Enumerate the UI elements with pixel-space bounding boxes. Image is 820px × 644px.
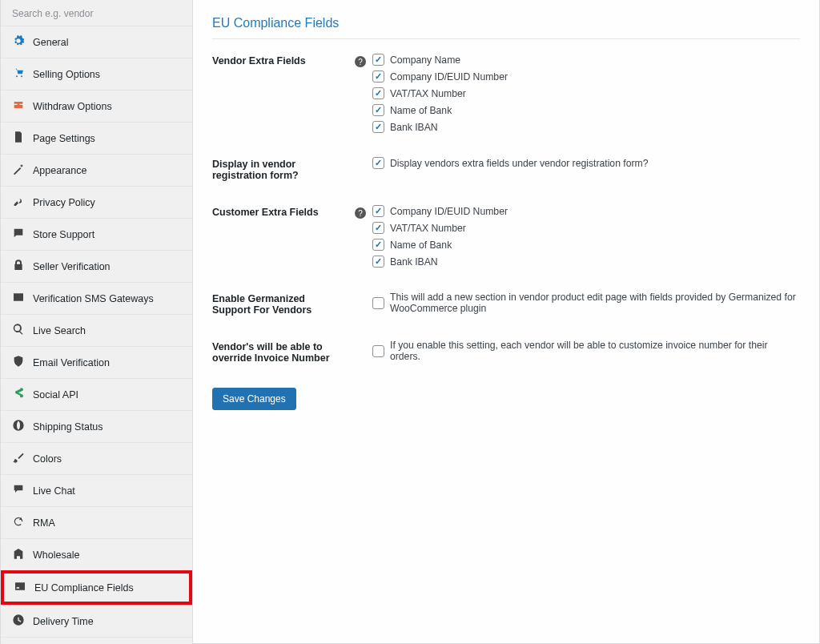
checkbox-option[interactable]: Company ID/EUID Number xyxy=(372,70,508,83)
sidebar-item-general[interactable]: General xyxy=(1,26,192,58)
sidebar-item-verification-sms[interactable]: Verification SMS Gateways xyxy=(1,282,192,314)
sidebar-item-colors[interactable]: Colors xyxy=(1,442,192,474)
form-row-vendor_fields: Vendor Extra Fields?Company NameCompany … xyxy=(212,54,800,133)
sidebar-item-seller-verification[interactable]: Seller Verification xyxy=(1,250,192,282)
sidebar-item-label: Seller Verification xyxy=(33,261,111,272)
chat-icon xyxy=(12,227,25,242)
sidebar-item-label: Shipping Status xyxy=(33,421,103,433)
share-icon xyxy=(12,387,25,402)
sidebar-item-delivery-time[interactable]: Delivery Time xyxy=(1,605,192,637)
shield-icon xyxy=(12,355,25,370)
sidebar-item-label: General xyxy=(33,37,68,48)
sidebar-item-label: Live Search xyxy=(33,325,86,336)
checkbox-option[interactable]: If you enable this setting, each vendor … xyxy=(372,340,800,362)
checkbox[interactable] xyxy=(372,256,384,268)
sidebar-item-label: RMA xyxy=(33,517,55,529)
checkbox-label: Name of Bank xyxy=(390,105,452,116)
form-row-customer_fields: Customer Extra Fields?Company ID/EUID Nu… xyxy=(212,205,800,268)
form-label: Vendor's will be able to override Invoic… xyxy=(212,340,355,364)
wand-icon xyxy=(12,163,25,178)
building-icon xyxy=(12,547,25,562)
sidebar-item-label: Email Verification xyxy=(33,357,110,368)
sidebar-item-email-verification[interactable]: Email Verification xyxy=(1,346,192,378)
checkbox-label: VAT/TAX Number xyxy=(390,223,466,234)
save-changes-button[interactable]: Save Changes xyxy=(212,388,296,410)
key-icon xyxy=(12,195,25,210)
brush-icon xyxy=(12,451,25,466)
form-row-display_registration: Display in vendor registration form?Disp… xyxy=(212,157,800,181)
chat2-icon xyxy=(12,483,25,498)
page-icon xyxy=(12,131,25,146)
checkbox-label: VAT/TAX Number xyxy=(390,88,466,99)
form-label: Display in vendor registration form? xyxy=(212,157,355,181)
checkbox[interactable] xyxy=(372,239,384,251)
sidebar-item-label: Privacy Policy xyxy=(33,197,95,208)
checkbox[interactable] xyxy=(372,205,384,217)
checkbox-label: Company ID/EUID Number xyxy=(390,206,508,217)
lock-icon xyxy=(12,259,25,274)
sidebar-item-selling-options[interactable]: Selling Options xyxy=(1,58,192,90)
checkbox-option[interactable]: Bank IBAN xyxy=(372,256,508,268)
help-icon[interactable]: ? xyxy=(355,56,366,67)
checkbox-option[interactable]: Name of Bank xyxy=(372,239,508,251)
checkbox[interactable] xyxy=(372,54,384,66)
sidebar-item-eu-compliance[interactable]: EU Compliance Fields xyxy=(1,570,192,605)
sidebar-item-label: Page Settings xyxy=(33,133,95,144)
globe-icon xyxy=(12,419,25,434)
sidebar-item-live-chat[interactable]: Live Chat xyxy=(1,474,192,506)
sidebar-search[interactable]: Search e.g. vendor xyxy=(1,0,192,26)
gear-icon xyxy=(12,34,25,50)
sidebar-item-label: EU Compliance Fields xyxy=(34,582,134,594)
checkbox[interactable] xyxy=(372,345,384,357)
checkbox-option[interactable]: VAT/TAX Number xyxy=(372,222,508,234)
checkbox-label: If you enable this setting, each vendor … xyxy=(390,340,800,362)
checkbox-label: This will add a new section in vendor pr… xyxy=(390,292,800,314)
sidebar-item-label: Wholesale xyxy=(33,549,79,561)
checkbox-option[interactable]: VAT/TAX Number xyxy=(372,87,508,99)
checkbox[interactable] xyxy=(372,121,384,133)
sidebar-item-privacy-policy[interactable]: Privacy Policy xyxy=(1,186,192,218)
sidebar-item-rma[interactable]: RMA xyxy=(1,506,192,538)
checkbox-option[interactable]: Company Name xyxy=(372,54,508,66)
sidebar-item-label: Selling Options xyxy=(33,69,100,80)
form-row-override_invoice: Vendor's will be able to override Invoic… xyxy=(212,340,800,364)
checkbox-label: Name of Bank xyxy=(390,239,452,251)
checkbox-option[interactable]: This will add a new section in vendor pr… xyxy=(372,292,800,314)
checkbox[interactable] xyxy=(372,222,384,234)
checkbox[interactable] xyxy=(372,70,384,83)
sidebar-item-wholesale[interactable]: Wholesale xyxy=(1,538,192,570)
withdraw-icon xyxy=(12,99,25,114)
checkbox-option[interactable]: Name of Bank xyxy=(372,104,508,116)
sidebar-item-product-advertising[interactable]: Product Advertising xyxy=(1,637,192,644)
clock-icon xyxy=(12,614,25,629)
checkbox[interactable] xyxy=(372,157,384,169)
sidebar-item-label: Colors xyxy=(33,453,62,465)
form-label: Customer Extra Fields xyxy=(212,205,355,268)
sidebar-item-live-search[interactable]: Live Search xyxy=(1,314,192,346)
sidebar-item-store-support[interactable]: Store Support xyxy=(1,218,192,250)
cart-icon xyxy=(12,66,25,82)
checkbox-option[interactable]: Company ID/EUID Number xyxy=(372,205,508,217)
sidebar-item-label: Social API xyxy=(33,389,78,400)
checkbox[interactable] xyxy=(372,87,384,99)
main-content: EU Compliance Fields Vendor Extra Fields… xyxy=(193,0,819,643)
checkbox-option[interactable]: Bank IBAN xyxy=(372,121,508,133)
sidebar-item-social-api[interactable]: Social API xyxy=(1,378,192,410)
checkbox-label: Company ID/EUID Number xyxy=(390,71,508,83)
checkbox[interactable] xyxy=(372,297,384,309)
sidebar-item-label: Withdraw Options xyxy=(33,101,112,112)
sidebar-item-label: Store Support xyxy=(33,229,94,240)
help-icon[interactable]: ? xyxy=(355,207,366,219)
form-label: Vendor Extra Fields xyxy=(212,54,355,133)
sidebar-item-shipping-status[interactable]: Shipping Status xyxy=(1,410,192,442)
checkbox-option[interactable]: Display vendors extra fields under vendo… xyxy=(372,157,648,169)
sidebar-item-label: Appearance xyxy=(33,165,86,176)
sidebar-item-appearance[interactable]: Appearance xyxy=(1,154,192,186)
sidebar-item-page-settings[interactable]: Page Settings xyxy=(1,122,192,154)
checkbox-label: Display vendors extra fields under vendo… xyxy=(390,158,648,169)
idcard-icon xyxy=(14,580,26,595)
sidebar-item-label: Verification SMS Gateways xyxy=(33,293,154,304)
checkbox-label: Bank IBAN xyxy=(390,256,438,268)
checkbox[interactable] xyxy=(372,104,384,116)
sidebar-item-withdraw-options[interactable]: Withdraw Options xyxy=(1,90,192,122)
